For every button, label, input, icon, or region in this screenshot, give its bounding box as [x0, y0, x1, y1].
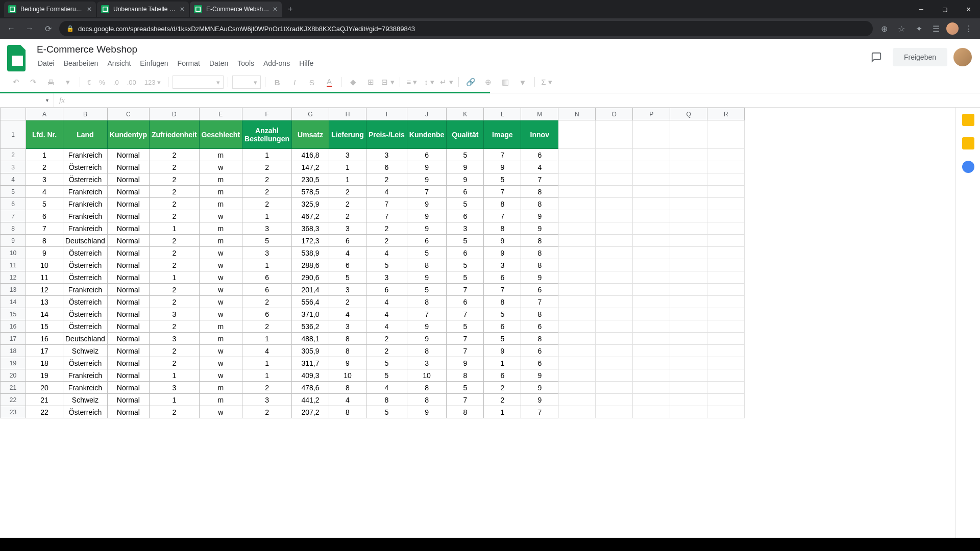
cell[interactable]: 6: [447, 186, 484, 198]
cell[interactable]: [596, 345, 633, 357]
cell[interactable]: 5: [484, 333, 521, 345]
cell[interactable]: 325,9: [292, 198, 329, 210]
row-header[interactable]: 13: [1, 284, 26, 296]
cell[interactable]: [558, 284, 596, 296]
cell[interactable]: 3: [366, 271, 407, 284]
cell[interactable]: 1: [26, 149, 63, 161]
cell[interactable]: 6: [521, 284, 558, 296]
cell[interactable]: [558, 149, 596, 161]
insert-comment-button[interactable]: ⊕: [480, 74, 496, 90]
cell[interactable]: [670, 284, 707, 296]
cell[interactable]: 4: [366, 308, 407, 320]
cell[interactable]: [558, 296, 596, 308]
cell[interactable]: [633, 345, 670, 357]
cell[interactable]: 19: [26, 369, 63, 382]
cell[interactable]: [707, 369, 745, 382]
filter-button[interactable]: ▼: [515, 74, 530, 90]
column-header[interactable]: J: [407, 108, 446, 120]
cell[interactable]: Normal: [107, 173, 149, 186]
header-cell[interactable]: Land: [63, 120, 108, 149]
functions-button[interactable]: Σ ▾: [539, 74, 554, 90]
cell[interactable]: 2: [149, 210, 199, 222]
column-header[interactable]: O: [596, 108, 633, 120]
cell[interactable]: [670, 333, 707, 345]
cell[interactable]: [596, 186, 633, 198]
cell[interactable]: Normal: [107, 369, 149, 382]
cell[interactable]: [707, 308, 745, 320]
cell[interactable]: 9: [447, 357, 484, 369]
cell[interactable]: 14: [26, 308, 63, 320]
cell[interactable]: 1: [242, 149, 292, 161]
cell[interactable]: m: [199, 149, 242, 161]
cell[interactable]: 371,0: [292, 308, 329, 320]
text-wrap-button[interactable]: ↵ ▾: [439, 74, 454, 90]
cell[interactable]: [707, 235, 745, 247]
cell[interactable]: [558, 345, 596, 357]
cell[interactable]: 9: [447, 161, 484, 173]
header-cell[interactable]: Qualität: [447, 120, 484, 149]
back-button[interactable]: ←: [4, 21, 18, 36]
name-box[interactable]: ▼: [0, 93, 54, 107]
header-cell[interactable]: Zufriedenheit: [149, 120, 199, 149]
cell[interactable]: 8: [484, 296, 521, 308]
cell[interactable]: [670, 357, 707, 369]
cell[interactable]: 7: [407, 308, 446, 320]
fill-color-button[interactable]: ◆: [346, 74, 361, 90]
cell[interactable]: 6: [26, 210, 63, 222]
cell[interactable]: Normal: [107, 320, 149, 333]
cell[interactable]: 409,3: [292, 369, 329, 382]
header-cell[interactable]: Lieferung: [329, 120, 366, 149]
row-header[interactable]: 12: [1, 271, 26, 284]
cell[interactable]: [707, 284, 745, 296]
cell[interactable]: 22: [26, 406, 63, 418]
account-avatar[interactable]: [953, 48, 972, 66]
menu-ansicht[interactable]: Ansicht: [103, 57, 135, 69]
column-header[interactable]: I: [366, 108, 407, 120]
cell[interactable]: 2: [149, 173, 199, 186]
cell[interactable]: Normal: [107, 222, 149, 235]
cell[interactable]: 2: [149, 320, 199, 333]
cell[interactable]: 7: [521, 406, 558, 418]
tab-close-button[interactable]: ✕: [87, 6, 92, 13]
cell[interactable]: 5: [447, 259, 484, 271]
cell[interactable]: 7: [484, 186, 521, 198]
cell[interactable]: 2: [329, 198, 366, 210]
cell[interactable]: 538,9: [292, 247, 329, 259]
row-header[interactable]: 2: [1, 149, 26, 161]
cell[interactable]: 8: [484, 222, 521, 235]
cell[interactable]: 3: [484, 259, 521, 271]
row-header[interactable]: 15: [1, 308, 26, 320]
row-header[interactable]: 19: [1, 357, 26, 369]
row-header[interactable]: 14: [1, 296, 26, 308]
cell[interactable]: m: [199, 222, 242, 235]
row-header[interactable]: 16: [1, 320, 26, 333]
column-header[interactable]: H: [329, 108, 366, 120]
cell[interactable]: 2: [242, 406, 292, 418]
cell[interactable]: 3: [149, 382, 199, 394]
cell[interactable]: 7: [484, 149, 521, 161]
bold-button[interactable]: B: [270, 74, 285, 90]
cell[interactable]: 8: [407, 394, 446, 406]
row-header[interactable]: 17: [1, 333, 26, 345]
column-header[interactable]: C: [107, 108, 149, 120]
cell[interactable]: [670, 296, 707, 308]
cell[interactable]: 536,2: [292, 320, 329, 333]
cell[interactable]: 3: [149, 333, 199, 345]
cell[interactable]: [670, 222, 707, 235]
new-tab-button[interactable]: +: [283, 5, 298, 14]
cell[interactable]: 2: [149, 149, 199, 161]
cell[interactable]: 6: [484, 271, 521, 284]
cell[interactable]: 6: [521, 149, 558, 161]
cell[interactable]: [596, 406, 633, 418]
cell[interactable]: Normal: [107, 406, 149, 418]
cell[interactable]: 6: [242, 308, 292, 320]
cell[interactable]: 2: [242, 173, 292, 186]
cell[interactable]: [558, 186, 596, 198]
row-header[interactable]: 18: [1, 345, 26, 357]
cell[interactable]: [670, 173, 707, 186]
url-field[interactable]: 🔒 docs.google.com/spreadsheets/d/1ksxDzM…: [59, 21, 873, 36]
formula-input[interactable]: [70, 93, 980, 107]
cell[interactable]: 2: [149, 259, 199, 271]
cell[interactable]: Deutschland: [63, 333, 108, 345]
share-button[interactable]: Freigeben: [893, 48, 947, 66]
